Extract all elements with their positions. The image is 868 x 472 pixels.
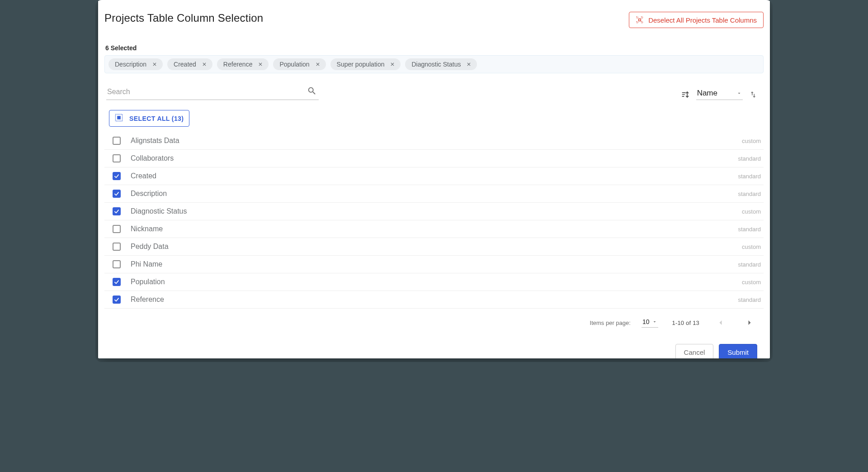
deselect-all-label: Deselect All Projects Table Columns xyxy=(648,16,757,24)
sort-field-label: Name xyxy=(697,89,717,98)
chip-remove-icon[interactable] xyxy=(257,61,264,68)
sort-lines-icon xyxy=(681,90,690,99)
column-row[interactable]: Collaboratorsstandard xyxy=(104,150,764,167)
column-list: Alignstats DatacustomCollaboratorsstanda… xyxy=(104,132,764,309)
column-type: standard xyxy=(738,261,761,268)
selected-chip: Diagnostic Status xyxy=(405,58,477,70)
svg-rect-2 xyxy=(642,17,643,18)
column-checkbox[interactable] xyxy=(113,296,121,304)
column-type: standard xyxy=(738,296,761,303)
pager-range: 1-10 of 13 xyxy=(672,319,699,326)
column-checkbox[interactable] xyxy=(113,137,121,145)
column-label: Collaborators xyxy=(131,154,738,162)
selected-chip: Description xyxy=(108,58,163,70)
column-type: standard xyxy=(738,155,761,162)
sort-field-select[interactable]: Name xyxy=(696,89,743,100)
column-checkbox[interactable] xyxy=(113,260,121,268)
search-icon xyxy=(307,86,317,98)
column-row[interactable]: Diagnostic Statuscustom xyxy=(104,203,764,220)
pager: Items per page: 10 1-10 of 13 xyxy=(104,309,764,330)
selected-count: 6 Selected xyxy=(105,44,764,52)
chip-label: Population xyxy=(279,61,309,68)
column-label: Phi Name xyxy=(131,260,738,268)
selected-chip-bar: DescriptionCreatedReferencePopulationSup… xyxy=(104,55,764,73)
selected-chip: Population xyxy=(273,58,326,70)
chip-label: Diagnostic Status xyxy=(411,61,461,68)
chevron-down-icon xyxy=(736,91,742,96)
column-checkbox[interactable] xyxy=(113,278,121,286)
column-label: Created xyxy=(131,172,738,180)
column-checkbox[interactable] xyxy=(113,243,121,251)
chip-remove-icon[interactable] xyxy=(151,61,158,68)
column-type: standard xyxy=(738,191,761,197)
chip-remove-icon[interactable] xyxy=(465,61,472,68)
column-label: Diagnostic Status xyxy=(131,207,742,215)
column-row[interactable]: Populationcustom xyxy=(104,273,764,291)
column-type: custom xyxy=(742,279,761,286)
column-checkbox[interactable] xyxy=(113,154,121,162)
column-row[interactable]: Alignstats Datacustom xyxy=(104,132,764,150)
items-per-page-value: 10 xyxy=(642,318,650,325)
column-checkbox[interactable] xyxy=(113,190,121,198)
items-per-page-select[interactable]: 10 xyxy=(642,318,659,328)
column-type: custom xyxy=(742,208,761,215)
column-row[interactable]: Descriptionstandard xyxy=(104,185,764,203)
column-label: Population xyxy=(131,278,742,286)
column-row[interactable]: Peddy Datacustom xyxy=(104,238,764,256)
items-per-page-label: Items per page: xyxy=(590,319,631,326)
selected-chip: Super population xyxy=(330,58,401,70)
submit-button[interactable]: Submit xyxy=(719,344,757,358)
search-field xyxy=(106,85,319,100)
search-input[interactable] xyxy=(106,85,319,100)
column-label: Alignstats Data xyxy=(131,137,742,145)
chevron-down-icon xyxy=(652,319,657,324)
svg-rect-3 xyxy=(642,22,643,23)
column-label: Reference xyxy=(131,296,738,304)
chip-label: Reference xyxy=(223,61,253,68)
chip-remove-icon[interactable] xyxy=(389,61,396,68)
column-checkbox[interactable] xyxy=(113,207,121,215)
pager-prev-button[interactable] xyxy=(713,315,728,330)
column-type: standard xyxy=(738,173,761,180)
column-row[interactable]: Createdstandard xyxy=(104,167,764,185)
pager-next-button[interactable] xyxy=(742,315,757,330)
svg-rect-1 xyxy=(637,22,638,23)
column-type: custom xyxy=(742,243,761,250)
cancel-button[interactable]: Cancel xyxy=(675,344,714,358)
dialog-title: Projects Table Column Selection xyxy=(104,12,263,24)
sort-direction-toggle[interactable] xyxy=(749,91,757,99)
chip-remove-icon[interactable] xyxy=(201,61,208,68)
column-row[interactable]: Referencestandard xyxy=(104,291,764,309)
select-all-icon xyxy=(115,114,123,123)
column-type: standard xyxy=(738,226,761,233)
column-checkbox[interactable] xyxy=(113,225,121,233)
select-all-label: SELECT ALL (13) xyxy=(129,115,184,122)
select-all-button[interactable]: SELECT ALL (13) xyxy=(109,110,189,127)
svg-rect-0 xyxy=(637,17,638,18)
chip-remove-icon[interactable] xyxy=(314,61,321,68)
selected-chip: Created xyxy=(167,58,212,70)
selected-chip: Reference xyxy=(217,58,269,70)
chip-label: Created xyxy=(174,61,196,68)
deselect-all-icon xyxy=(636,16,644,24)
deselect-all-button[interactable]: Deselect All Projects Table Columns xyxy=(629,12,764,28)
column-type: custom xyxy=(742,138,761,144)
column-label: Nickname xyxy=(131,225,738,233)
chip-label: Super population xyxy=(337,61,385,68)
column-label: Peddy Data xyxy=(131,243,742,251)
column-checkbox[interactable] xyxy=(113,172,121,180)
column-row[interactable]: Phi Namestandard xyxy=(104,256,764,273)
column-row[interactable]: Nicknamestandard xyxy=(104,220,764,238)
column-selection-dialog: Projects Table Column Selection xyxy=(98,0,770,358)
column-label: Description xyxy=(131,190,738,198)
svg-rect-14 xyxy=(117,116,121,119)
chip-label: Description xyxy=(115,61,146,68)
